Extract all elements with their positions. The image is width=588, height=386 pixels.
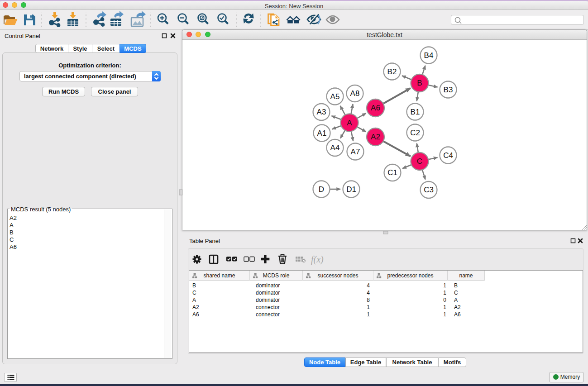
svg-text:D1: D1: [346, 185, 356, 194]
svg-text:C: C: [417, 157, 422, 166]
svg-text:B: B: [417, 79, 422, 87]
svg-text:A8: A8: [350, 89, 360, 98]
svg-text:C3: C3: [424, 186, 434, 194]
svg-text:A6: A6: [371, 104, 380, 112]
svg-text:A: A: [347, 119, 352, 127]
svg-text:A5: A5: [330, 92, 340, 101]
svg-text:C2: C2: [410, 129, 420, 137]
svg-text:B1: B1: [411, 108, 420, 116]
svg-text:B2: B2: [387, 67, 397, 76]
svg-text:C1: C1: [387, 168, 397, 177]
svg-text:B3: B3: [444, 86, 453, 94]
svg-text:A3: A3: [317, 108, 326, 116]
svg-text:D: D: [319, 185, 324, 194]
svg-text:A7: A7: [351, 148, 360, 156]
svg-text:A1: A1: [317, 129, 327, 138]
svg-text:A2: A2: [371, 133, 380, 141]
svg-text:B4: B4: [424, 51, 434, 60]
svg-text:A4: A4: [330, 143, 340, 152]
svg-text:C4: C4: [443, 151, 453, 160]
svg-text:f(x): f(x): [311, 254, 324, 265]
